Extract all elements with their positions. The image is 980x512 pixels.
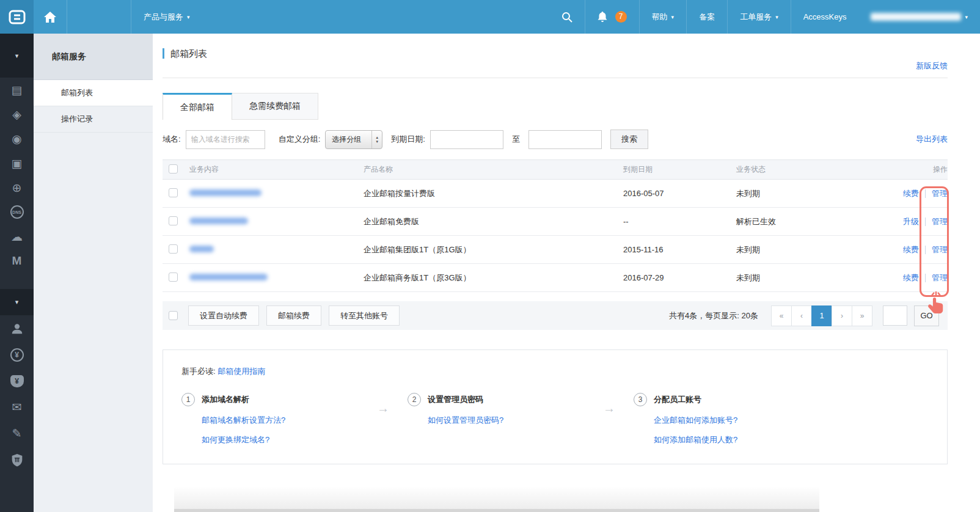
table-row: 企业邮箱按量计费版 2016-05-07 未到期 续费 管理 bbox=[163, 180, 948, 208]
tab-renewal-needed[interactable]: 急需续费邮箱 bbox=[232, 93, 318, 120]
aliyun-logo[interactable] bbox=[0, 0, 34, 34]
guide-link[interactable]: 邮箱域名解析设置方法? bbox=[202, 415, 285, 426]
guide-link[interactable]: 如何添加邮箱使用人数? bbox=[654, 434, 737, 445]
sidebar-item-rds[interactable]: ◉ bbox=[0, 126, 34, 151]
search-button[interactable]: 搜索 bbox=[610, 130, 648, 149]
domain-blurred[interactable] bbox=[189, 274, 268, 280]
account-menu[interactable]: ▾ bbox=[858, 0, 980, 34]
guide-link[interactable]: 企业邮箱如何添加账号? bbox=[654, 415, 737, 426]
mailbox-renew-button[interactable]: 邮箱续费 bbox=[266, 305, 321, 326]
page-1-button[interactable]: 1 bbox=[811, 305, 832, 326]
manage-link[interactable]: 管理 bbox=[932, 244, 948, 255]
accesskeys-label: AccessKeys bbox=[803, 12, 847, 21]
pagination-summary: 共有4条，每页显示: 20条 bbox=[669, 310, 758, 321]
chevron-down-icon: ▾ bbox=[965, 15, 968, 20]
next-page-button[interactable]: › bbox=[832, 305, 852, 326]
prev-page-button[interactable]: ‹ bbox=[791, 305, 812, 326]
step-number: 3 bbox=[634, 393, 647, 406]
accesskeys-link[interactable]: AccessKeys bbox=[791, 0, 859, 34]
guide-step-3: 3 分配员工账号 企业邮箱如何添加账号? 如何添加邮箱使用人数? bbox=[634, 393, 737, 445]
sidebar-item-feedback[interactable]: ✎ bbox=[0, 420, 34, 447]
domain-blurred[interactable] bbox=[189, 189, 261, 196]
products-menu[interactable]: 产品与服务 ▾ bbox=[131, 0, 202, 34]
search-button[interactable] bbox=[549, 0, 585, 34]
step-title: 设置管理员密码 bbox=[428, 393, 503, 406]
step-title: 添加域名解析 bbox=[202, 393, 285, 406]
transfer-account-button[interactable]: 转至其他账号 bbox=[329, 305, 400, 326]
sidebar-item-slb[interactable]: ◈ bbox=[0, 102, 34, 126]
sidebar-item-dns[interactable]: DNS bbox=[0, 200, 34, 224]
domain-blurred[interactable] bbox=[189, 218, 248, 224]
sidebar-item-messages[interactable]: ✉ bbox=[0, 394, 34, 420]
row-checkbox[interactable] bbox=[169, 216, 178, 225]
oss-storage-icon: ▣ bbox=[12, 156, 23, 170]
renew-link[interactable]: 续费 bbox=[903, 244, 919, 255]
expire-date: -- bbox=[623, 217, 736, 226]
guide-link[interactable]: 如何设置管理员密码? bbox=[428, 415, 503, 426]
first-page-button[interactable]: « bbox=[771, 305, 792, 326]
table-row: 企业邮箱商务版1T（原3G版） 2016-07-29 未到期 续费 管理 bbox=[163, 264, 948, 292]
help-menu[interactable]: 帮助 ▾ bbox=[639, 0, 687, 34]
mailbox-guide-link[interactable]: 邮箱使用指南 bbox=[218, 367, 265, 376]
step-title: 分配员工账号 bbox=[654, 393, 737, 406]
sidebar-item-billing[interactable]: ¥ bbox=[0, 342, 34, 368]
subnav-item-label: 操作记录 bbox=[61, 114, 93, 125]
notifications-button[interactable]: 7 bbox=[585, 0, 639, 34]
tab-label: 全部邮箱 bbox=[180, 102, 214, 113]
group-select[interactable]: 选择分组 ▲ ▼ bbox=[325, 130, 382, 149]
renew-link[interactable]: 续费 bbox=[903, 188, 919, 199]
manage-link[interactable]: 管理 bbox=[932, 216, 948, 227]
manage-link[interactable]: 管理 bbox=[932, 188, 948, 199]
domain-search-input[interactable] bbox=[186, 130, 265, 149]
col-business-content: 业务内容 bbox=[189, 164, 364, 175]
upgrade-link[interactable]: 升级 bbox=[903, 216, 919, 227]
sidebar-item-ecs[interactable]: ▤ bbox=[0, 78, 34, 102]
home-button[interactable] bbox=[34, 0, 67, 34]
expire-date: 2015-11-16 bbox=[623, 245, 736, 254]
sidebar-item-funds[interactable]: ¥ bbox=[0, 368, 34, 394]
sidebar-collapse-bottom[interactable]: ▾ bbox=[0, 289, 34, 315]
sidebar-item-oss[interactable]: ▣ bbox=[0, 151, 34, 175]
beian-label: 备案 bbox=[699, 12, 715, 23]
subnav-item-mail-list[interactable]: 邮箱列表 bbox=[34, 80, 153, 106]
sidebar-item-cdn[interactable]: ⊕ bbox=[0, 175, 34, 200]
tab-all-mailboxes[interactable]: 全部邮箱 bbox=[163, 93, 232, 120]
subnav-item-operation-log[interactable]: 操作记录 bbox=[34, 106, 153, 133]
row-checkbox[interactable] bbox=[169, 244, 178, 254]
beian-link[interactable]: 备案 bbox=[686, 0, 727, 34]
subnav-header: 邮箱服务 bbox=[34, 34, 153, 80]
new-version-feedback-link[interactable]: 新版反馈 bbox=[916, 61, 948, 70]
go-button[interactable]: GO bbox=[914, 305, 939, 326]
product-name: 企业邮箱集团版1T（原1G版） bbox=[364, 244, 623, 255]
sidebar-item-security[interactable] bbox=[0, 447, 34, 473]
sidebar-item-mail[interactable]: M bbox=[0, 249, 34, 273]
page-jump-input[interactable] bbox=[883, 305, 907, 326]
status-text: 未到期 bbox=[736, 272, 877, 283]
sidebar-item-user[interactable] bbox=[0, 315, 34, 342]
row-checkbox[interactable] bbox=[169, 272, 178, 282]
chevron-down-icon: ▾ bbox=[15, 298, 19, 306]
page-title: 邮箱列表 bbox=[163, 48, 207, 59]
select-all-checkbox[interactable] bbox=[169, 164, 178, 174]
step-arrow-icon: → bbox=[585, 401, 634, 445]
manage-link[interactable]: 管理 bbox=[932, 272, 948, 283]
row-checkbox[interactable] bbox=[169, 188, 178, 197]
date-to-input[interactable] bbox=[528, 130, 602, 149]
guide-link[interactable]: 如何更换绑定域名? bbox=[202, 434, 285, 445]
auto-renew-button[interactable]: 设置自动续费 bbox=[188, 305, 259, 326]
sidebar-collapse-top[interactable]: ▾ bbox=[0, 34, 34, 78]
beginner-guide-panel: 新手必读: 邮箱使用指南 1 添加域名解析 邮箱域名解析设置方法? 如何更换绑定… bbox=[163, 349, 948, 464]
domain-blurred[interactable] bbox=[189, 246, 214, 252]
chevron-down-icon: ▾ bbox=[775, 15, 778, 20]
ticket-service-menu[interactable]: 工单服务 ▾ bbox=[727, 0, 791, 34]
last-page-button[interactable]: » bbox=[852, 305, 872, 326]
date-from-input[interactable] bbox=[430, 130, 503, 149]
arrow-up-icon: ▲ bbox=[375, 136, 379, 139]
expire-date: 2016-07-29 bbox=[623, 273, 736, 282]
sidebar-item-cloud-server[interactable]: ☁ bbox=[0, 224, 34, 249]
renew-link[interactable]: 续费 bbox=[903, 272, 919, 283]
select-all-checkbox[interactable] bbox=[169, 311, 178, 320]
product-name: 企业邮箱免费版 bbox=[364, 216, 623, 227]
subnav-sidebar: 邮箱服务 邮箱列表 操作记录 bbox=[34, 34, 153, 512]
export-list-link[interactable]: 导出列表 bbox=[916, 134, 948, 145]
